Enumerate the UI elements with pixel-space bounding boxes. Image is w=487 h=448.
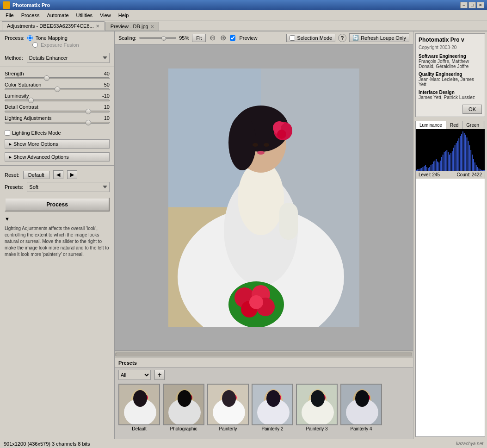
software-engineering-title: Software Engineering (419, 54, 482, 59)
detail-contrast-thumb[interactable] (86, 109, 91, 114)
svg-rect-54 (416, 170, 417, 171)
watermark: kazachya.net (456, 441, 483, 446)
preset-painterly3[interactable]: Painterly 3 (296, 384, 338, 431)
presets-thumbnails: Default Photographic (115, 382, 413, 433)
left-panel: Process: Tone Mapping Exposure Fusion Me… (0, 31, 115, 439)
histogram-tab-green[interactable]: Green (462, 121, 483, 129)
preset-painterly3-label: Painterly 3 (306, 426, 327, 431)
refresh-button[interactable]: 🔄 Refresh Loupe Only (349, 33, 409, 42)
main-layout: Process: Tone Mapping Exposure Fusion Me… (0, 31, 487, 439)
zoom-out-button[interactable]: ⊖ (209, 33, 216, 42)
luminosity-label: Luminosity (5, 93, 29, 99)
scaling-thumb[interactable] (161, 36, 166, 41)
menu-utilities[interactable]: Utilities (73, 12, 96, 19)
add-preset-button[interactable]: + (154, 370, 165, 380)
preset-painterly4[interactable]: Painterly 4 (340, 384, 382, 431)
luminosity-track[interactable] (5, 100, 110, 101)
process-button[interactable]: Process (5, 198, 110, 212)
preview-checkbox[interactable] (230, 35, 235, 41)
strength-thumb[interactable] (44, 75, 49, 81)
method-select[interactable]: Details Enhancer Tone Compressor Contras… (27, 53, 110, 63)
preset-painterly2[interactable]: Painterly 2 (252, 384, 293, 431)
svg-rect-94 (469, 145, 470, 171)
svg-rect-85 (457, 141, 458, 171)
presets-filter-select[interactable]: All Default Custom (118, 370, 151, 380)
menu-view[interactable]: View (96, 12, 115, 19)
selection-mode-checkbox[interactable] (290, 35, 295, 41)
color-saturation-track[interactable] (5, 88, 110, 90)
default-button[interactable]: Default (23, 171, 49, 179)
menu-file[interactable]: File (2, 12, 18, 19)
strength-track[interactable] (5, 77, 110, 79)
quality-engineering-text: Jean-Marc Lecleire, James Yett (419, 77, 482, 87)
close-button[interactable]: ✕ (477, 2, 484, 8)
app-title: Photomatix Pro (12, 2, 50, 8)
strength-value: 40 (104, 71, 110, 76)
lighting-adjustments-thumb[interactable] (86, 120, 91, 125)
svg-rect-77 (446, 150, 447, 171)
show-more-icon: ▶ (9, 142, 12, 146)
fit-button[interactable]: Fit (192, 34, 206, 42)
color-saturation-value: 50 (104, 82, 110, 87)
svg-point-27 (133, 390, 147, 407)
show-more-button[interactable]: ▶ Show More Options (5, 139, 110, 149)
undo-button[interactable]: ◀ (53, 170, 63, 179)
svg-point-47 (311, 390, 325, 407)
right-panel: Photomatix Pro v Copyright 2003-20 Softw… (413, 31, 487, 439)
scrollbar-track[interactable] (116, 353, 412, 356)
svg-rect-69 (436, 159, 437, 171)
method-row: Method: Details Enhancer Tone Compressor… (0, 51, 114, 65)
scaling-label: Scaling: (118, 35, 136, 41)
svg-point-22 (249, 295, 263, 309)
count-label: Count: 2422 (457, 172, 482, 177)
svg-rect-104 (482, 170, 485, 171)
quality-engineering-section: Quality Engineering Jean-Marc Lecleire, … (419, 72, 482, 87)
histogram-canvas (416, 129, 485, 171)
preset-photographic-img (163, 384, 204, 425)
tab-adjustments[interactable]: Adjustments - DBEE63A6239F4CE8... ✕ (2, 21, 105, 31)
lighting-adjustments-track[interactable] (5, 122, 110, 124)
luminosity-thumb[interactable] (28, 98, 34, 103)
preview-scrollbar[interactable] (115, 350, 413, 358)
preset-default[interactable]: Default (118, 384, 160, 431)
selection-mode-button[interactable]: Selection Mode (286, 34, 335, 42)
exposure-fusion-row: Exposure Fusion (32, 42, 110, 48)
svg-rect-70 (437, 162, 438, 171)
level-label: Level: 245 (419, 172, 440, 177)
detail-contrast-header: Detail Contrast 10 (5, 104, 110, 110)
exposure-fusion-radio[interactable] (32, 42, 38, 48)
menu-bar: File Process Automate Utilities View Hel… (0, 10, 487, 20)
show-advanced-button[interactable]: ▶ Show Advanced Options (5, 152, 110, 162)
tab-adjustments-close[interactable]: ✕ (96, 24, 99, 29)
svg-rect-82 (453, 148, 454, 171)
preset-photographic[interactable]: Photographic (163, 384, 204, 431)
help-button[interactable]: ? (338, 34, 346, 42)
tab-preview-close[interactable]: ✕ (150, 24, 154, 29)
lighting-effects-label: Lighting Effects Mode (12, 130, 61, 136)
zoom-in-button[interactable]: ⊕ (219, 33, 227, 42)
preset-painterly[interactable]: Painterly (207, 384, 249, 431)
color-saturation-thumb[interactable] (55, 87, 60, 92)
presets-row: Presets: Soft Default Photographic Paint… (5, 182, 110, 192)
status-info: 901x1200 (436x579) 3 channels 8 bits (4, 441, 90, 447)
svg-rect-80 (450, 153, 451, 171)
quality-engineering-title: Quality Engineering (419, 72, 482, 77)
detail-contrast-track[interactable] (5, 111, 110, 112)
lighting-effects-checkbox[interactable] (5, 130, 10, 136)
redo-button[interactable]: ▶ (67, 170, 77, 179)
scaling-track[interactable] (139, 37, 176, 39)
histogram-tab-luminance[interactable]: Luminance (416, 121, 446, 129)
menu-help[interactable]: Help (115, 12, 133, 19)
histogram-tab-red[interactable]: Red (446, 121, 462, 129)
histogram-tabs: Luminance Red Green (416, 121, 485, 129)
tone-mapping-radio[interactable] (27, 35, 33, 41)
minimize-button[interactable]: – (460, 2, 468, 8)
menu-automate[interactable]: Automate (43, 12, 72, 19)
tab-preview[interactable]: Preview - DB.jpg ✕ (105, 22, 159, 31)
presets-select[interactable]: Soft Default Photographic Painterly (27, 182, 110, 192)
maximize-button[interactable]: □ (469, 2, 476, 8)
menu-process[interactable]: Process (18, 12, 43, 19)
ok-button[interactable]: OK (462, 105, 482, 114)
software-engineering-section: Software Engineering François Joffre, Ma… (419, 54, 482, 69)
svg-point-12 (277, 130, 286, 139)
